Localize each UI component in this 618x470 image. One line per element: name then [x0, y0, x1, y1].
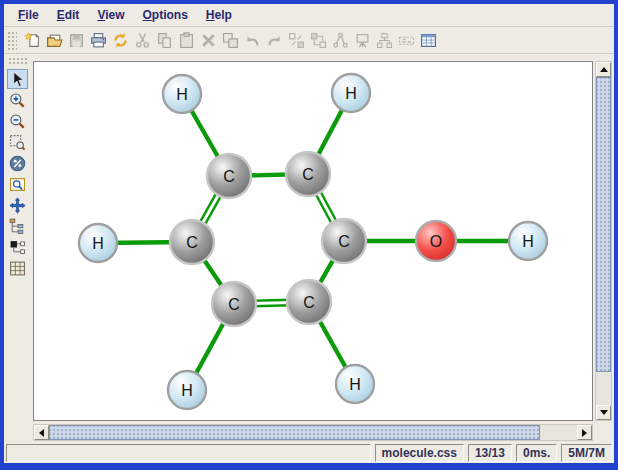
vertical-scroll-thumb[interactable] — [596, 77, 611, 372]
new-button[interactable] — [21, 29, 43, 51]
zoom-percent-tool[interactable] — [7, 153, 28, 173]
canvas-area: C C C C C C O H H H H H H — [31, 54, 614, 443]
atom-C5[interactable]: C — [212, 282, 256, 326]
horizontal-scroll-thumb[interactable] — [49, 425, 540, 440]
palette-drag-handle[interactable] — [7, 56, 28, 66]
scroll-left-button[interactable] — [34, 425, 49, 440]
svg-text:C: C — [186, 234, 198, 251]
svg-text:C: C — [228, 296, 240, 313]
atom-C4[interactable]: C — [322, 219, 366, 263]
atom-H2[interactable]: H — [332, 74, 370, 112]
undo-button[interactable] — [241, 29, 263, 51]
clone-icon — [222, 32, 239, 49]
overview-tool[interactable] — [7, 174, 28, 194]
redo-button[interactable] — [263, 29, 285, 51]
tree-layout-button[interactable] — [329, 29, 351, 51]
atom-C2[interactable]: C — [286, 152, 330, 196]
shrink-icon — [288, 32, 305, 49]
atom-H6[interactable]: H — [336, 365, 374, 403]
toolbar-drag-handle[interactable] — [6, 30, 17, 51]
grid-view-icon — [9, 260, 26, 277]
copy-button[interactable] — [153, 29, 175, 51]
menu-file[interactable]: File — [9, 6, 48, 25]
paste-icon — [178, 32, 195, 49]
grid-view-tool[interactable] — [7, 258, 28, 278]
horizontal-scrollbar — [33, 424, 593, 441]
horizontal-scroll-track[interactable] — [49, 425, 577, 440]
svg-text:O: O — [430, 233, 442, 250]
scrollbar-corner — [595, 424, 612, 441]
graph-edit-tool[interactable] — [7, 237, 28, 257]
status-memory: 5M/7M — [561, 444, 612, 462]
down-arrow-icon — [600, 410, 608, 419]
table-icon — [420, 32, 437, 49]
refresh-button[interactable] — [109, 29, 131, 51]
atom-H3[interactable]: H — [79, 224, 117, 262]
delete-button[interactable] — [197, 29, 219, 51]
save-button[interactable] — [65, 29, 87, 51]
svg-text:C: C — [303, 294, 315, 311]
atom-O1[interactable]: O — [416, 221, 456, 261]
scroll-right-button[interactable] — [577, 425, 592, 440]
delete-icon — [200, 32, 217, 49]
paste-button[interactable] — [175, 29, 197, 51]
vertical-scroll-track[interactable] — [596, 77, 611, 405]
zoom-in-tool[interactable] — [7, 90, 28, 110]
label-edit-icon — [398, 32, 415, 49]
toolbar — [4, 27, 614, 54]
molecule-canvas[interactable]: C C C C C C O H H H H H H — [33, 61, 593, 421]
menu-help[interactable]: Help — [197, 6, 241, 25]
overview-icon — [9, 176, 26, 193]
select-tool[interactable] — [7, 69, 28, 89]
scroll-up-button[interactable] — [596, 62, 611, 77]
zoom-in-icon — [9, 92, 26, 109]
statusbar: molecule.css13/130ms.5M/7M — [4, 443, 614, 463]
atom-C3[interactable]: C — [170, 220, 214, 264]
copy-icon — [156, 32, 173, 49]
status-node-count: 13/13 — [468, 444, 512, 462]
tree-view-tool[interactable] — [7, 216, 28, 236]
up-arrow-icon — [600, 63, 608, 72]
shrink-button[interactable] — [285, 29, 307, 51]
pan-icon — [9, 197, 26, 214]
svg-text:H: H — [92, 235, 104, 252]
svg-text:H: H — [522, 233, 534, 250]
menu-options[interactable]: Options — [134, 6, 197, 25]
hierarchy-layout-button[interactable] — [373, 29, 395, 51]
zoom-area-icon — [9, 134, 26, 151]
molecule-drawing[interactable]: C C C C C C O H H H H H H — [34, 62, 592, 420]
atom-H5[interactable]: H — [168, 371, 206, 409]
easel-layout-button[interactable] — [351, 29, 373, 51]
right-arrow-icon — [582, 429, 591, 437]
svg-text:C: C — [338, 233, 350, 250]
svg-text:H: H — [345, 85, 357, 102]
redo-icon — [266, 32, 283, 49]
status-message — [6, 444, 371, 462]
atom-C1[interactable]: C — [207, 154, 251, 198]
open-icon — [46, 32, 63, 49]
zoom-out-tool[interactable] — [7, 111, 28, 131]
atom-C6[interactable]: C — [287, 280, 331, 324]
expand-button[interactable] — [307, 29, 329, 51]
label-edit-button[interactable] — [395, 29, 417, 51]
scroll-down-button[interactable] — [596, 405, 611, 420]
menu-edit[interactable]: Edit — [48, 6, 89, 25]
app-window: FileEditViewOptionsHelp C C C C C C — [0, 0, 618, 470]
open-button[interactable] — [43, 29, 65, 51]
graph-edit-icon — [9, 239, 26, 256]
pan-tool[interactable] — [7, 195, 28, 215]
cut-button[interactable] — [131, 29, 153, 51]
left-arrow-icon — [35, 429, 44, 437]
menu-view[interactable]: View — [88, 6, 133, 25]
print-button[interactable] — [87, 29, 109, 51]
clone-button[interactable] — [219, 29, 241, 51]
table-button[interactable] — [417, 29, 439, 51]
zoom-area-tool[interactable] — [7, 132, 28, 152]
atom-H4[interactable]: H — [509, 222, 547, 260]
undo-icon — [244, 32, 261, 49]
cut-icon — [134, 32, 151, 49]
svg-text:C: C — [302, 166, 314, 183]
tree-view-icon — [9, 218, 26, 235]
zoom-percent-icon — [9, 155, 26, 172]
atom-H1[interactable]: H — [163, 75, 201, 113]
